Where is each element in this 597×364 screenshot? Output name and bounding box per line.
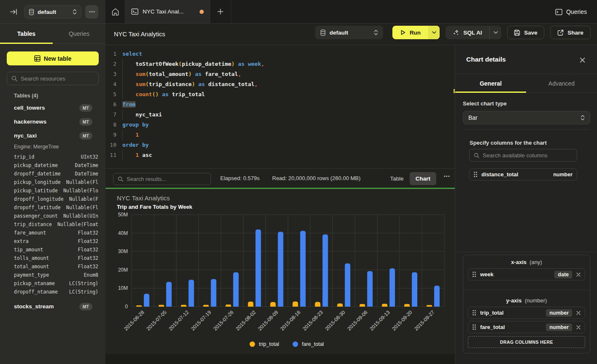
sidebar-tab-queries[interactable]: Queries: [53, 24, 105, 43]
column-row-fare_amount[interactable]: fare_amountFloat32: [0, 229, 105, 237]
column-row-passenger_count[interactable]: passenger_countNullable(UIn: [0, 212, 105, 220]
svg-text:10M: 10M: [118, 285, 128, 291]
line-number: 10: [105, 140, 116, 150]
line-number: 8: [105, 120, 116, 130]
editor-line-5[interactable]: 5 count() as trip_total: [105, 89, 455, 100]
editor-line-4[interactable]: 4 sum(trip_distance) as distance_total,: [105, 79, 455, 89]
editor-line-10[interactable]: 10order by: [105, 140, 455, 150]
column-name: fare_amount: [14, 230, 46, 236]
editor-line-2[interactable]: 2 toStartOfWeek(pickup_datetime) as week…: [105, 59, 455, 69]
columns-search-input[interactable]: Search available columns: [469, 149, 577, 162]
table-view-button[interactable]: Table: [384, 172, 409, 185]
column-row-extra[interactable]: extraFloat32: [0, 237, 105, 245]
column-row-dropoff_latitude[interactable]: dropoff_latitudeNullable(Fl: [0, 203, 105, 212]
field-name: week: [480, 271, 550, 278]
sql-ai-caret[interactable]: [489, 26, 501, 39]
column-row-total_amount[interactable]: total_amountFloat32: [0, 262, 105, 271]
bar-trip_total-2015-09-20: [404, 304, 410, 307]
editor-line-7[interactable]: 7 nyc_taxi: [105, 110, 455, 120]
sql-ai-button[interactable]: SQL AI: [446, 26, 501, 39]
column-type: Float32: [78, 255, 98, 261]
table-row-stocks_stream[interactable]: stocks_streamMT: [0, 299, 105, 313]
editor-line-1[interactable]: 1select: [105, 49, 455, 59]
results-more-button[interactable]: [444, 175, 450, 177]
column-type: Float32: [78, 230, 98, 236]
column-type: Float32: [78, 247, 98, 253]
code-text: select: [122, 49, 142, 59]
run-dropdown-caret[interactable]: [428, 26, 440, 39]
tab-advanced[interactable]: Advanced: [526, 74, 597, 92]
code-text: nyc_taxi: [122, 110, 162, 120]
drag-handle-icon[interactable]: [473, 272, 476, 277]
query-header: NYC Taxi Analytics default Run: [105, 24, 597, 45]
y-axis-field-chip-trip_total[interactable]: trip_totalnumber: [468, 307, 585, 319]
column-row-pickup_longitude[interactable]: pickup_longitudeNullable(Fl: [0, 178, 105, 186]
drop-zone[interactable]: DRAG COLUMNS HERE: [468, 336, 585, 348]
remove-field-icon[interactable]: [576, 272, 581, 277]
chart-view-button[interactable]: Chart: [410, 172, 436, 185]
x-axis-field-chip-week[interactable]: weekdate: [468, 268, 585, 280]
svg-text:2015-08-23: 2015-08-23: [302, 309, 324, 332]
new-table-button[interactable]: New table: [7, 51, 99, 65]
column-type: DateTime: [75, 162, 98, 168]
results-search-input[interactable]: Search results...: [113, 173, 211, 185]
column-row-trip_distance[interactable]: trip_distanceNullable(Float: [0, 220, 105, 229]
y-axis-field-chip-fare_total[interactable]: fare_totalnumber: [468, 321, 585, 333]
sidebar-search-placeholder: Search resources: [21, 75, 65, 82]
drag-handle-icon[interactable]: [473, 324, 476, 330]
sidebar-more-button[interactable]: [85, 5, 98, 19]
sql-ai-main[interactable]: SQL AI: [446, 26, 489, 39]
drag-handle-icon[interactable]: [473, 310, 476, 315]
run-button-main[interactable]: Run: [392, 26, 428, 39]
table-row-hackernews[interactable]: hackernewsMT: [0, 115, 105, 129]
query-tab[interactable]: NYC Taxi Anal...: [125, 0, 210, 23]
share-button[interactable]: Share: [550, 26, 591, 39]
bar-trip_total-2015-07-12: [181, 305, 186, 307]
header-database-select[interactable]: default: [315, 26, 383, 39]
column-row-dropoff_longitude[interactable]: dropoff_longitudeNullable(F: [0, 195, 105, 203]
svg-text:2015-08-30: 2015-08-30: [324, 309, 347, 332]
column-row-pickup_latitude[interactable]: pickup_latitudeNullable(Flo: [0, 186, 105, 195]
column-row-pickup_datetime[interactable]: pickup_datetimeDateTime: [0, 161, 105, 170]
home-button[interactable]: [105, 0, 125, 23]
code-text: toStartOfWeek(pickup_datetime) as week,: [122, 59, 265, 69]
chart-details-header: Chart details: [455, 45, 597, 74]
column-row-pickup_ntaname[interactable]: pickup_ntanameLC(String): [0, 279, 105, 288]
editor-line-3[interactable]: 3 sum(total_amount) as fare_total,: [105, 69, 455, 79]
sidebar-search-input[interactable]: Search resources: [7, 72, 99, 85]
column-row-trip_id[interactable]: trip_idUInt32: [0, 153, 105, 161]
tables-section-label: Tables (4): [14, 93, 38, 99]
editor-line-6[interactable]: 6from: [105, 100, 455, 110]
tab-general[interactable]: General: [455, 74, 526, 92]
chart-type-select[interactable]: Bar: [463, 111, 590, 124]
field-type-badge: number: [546, 324, 572, 331]
available-column-chip[interactable]: distance_total number: [469, 168, 577, 181]
sql-editor[interactable]: 1select2 toStartOfWeek(pickup_datetime) …: [105, 45, 455, 168]
table-row-nyc_taxi[interactable]: nyc_taxiMT: [0, 129, 105, 143]
run-button[interactable]: Run: [392, 26, 440, 39]
remove-field-icon[interactable]: [576, 311, 581, 315]
column-type: Float32: [78, 264, 98, 270]
collapse-sidebar-icon[interactable]: [8, 7, 19, 17]
editor-line-11[interactable]: 11 1 asc: [105, 150, 455, 160]
drag-handle-icon[interactable]: [474, 172, 477, 177]
editor-line-8[interactable]: 8group by: [105, 120, 455, 130]
new-tab-button[interactable]: [210, 0, 231, 23]
close-panel-button[interactable]: [578, 56, 586, 64]
queries-button[interactable]: Queries: [555, 6, 587, 18]
sidebar-tab-tables[interactable]: Tables: [0, 24, 53, 43]
column-name: trip_id: [14, 154, 34, 160]
column-row-dropoff_ntaname[interactable]: dropoff_ntanameLC(String): [0, 288, 105, 296]
column-row-payment_type[interactable]: payment_typeEnum8: [0, 271, 105, 279]
editor-line-9[interactable]: 9 1: [105, 130, 455, 140]
sidebar-database-select[interactable]: default: [24, 5, 81, 19]
query-title: NYC Taxi Analytics: [114, 31, 165, 38]
save-button[interactable]: Save: [507, 26, 544, 39]
remove-field-icon[interactable]: [576, 325, 581, 329]
field-name: fare_total: [480, 324, 542, 330]
table-row-cell_towers[interactable]: cell_towersMT: [0, 101, 105, 115]
column-row-dropoff_datetime[interactable]: dropoff_datetimeDateTime: [0, 170, 105, 178]
column-type: Float32: [78, 238, 98, 244]
column-row-tip_amount[interactable]: tip_amountFloat32: [0, 245, 105, 254]
column-row-tolls_amount[interactable]: tolls_amountFloat32: [0, 254, 105, 262]
